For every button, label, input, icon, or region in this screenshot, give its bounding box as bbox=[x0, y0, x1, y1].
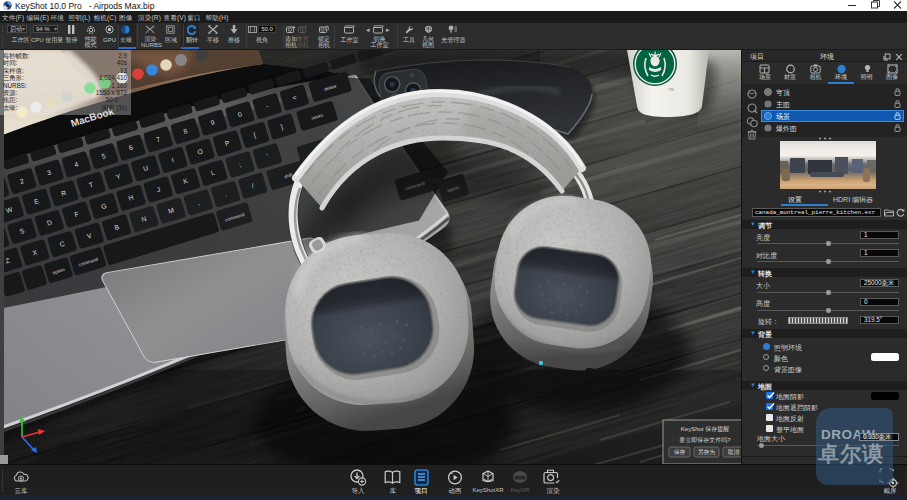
svg-text:另存为: 另存为 bbox=[698, 449, 715, 456]
svg-text:取消: 取消 bbox=[728, 448, 740, 456]
svg-text:2.9: 2.9 bbox=[118, 52, 127, 59]
svg-text:闲置 (3s): 闲置 (3s) bbox=[102, 104, 127, 112]
svg-text:要立即保存文件吗?: 要立即保存文件吗? bbox=[679, 436, 731, 444]
svg-text:资源:: 资源: bbox=[3, 89, 18, 96]
svg-text:保存: 保存 bbox=[674, 449, 686, 455]
svg-text:50.0: 50.0 bbox=[106, 96, 119, 103]
svg-text:去噪:: 去噪: bbox=[3, 104, 18, 111]
svg-text:采样值:: 采样值: bbox=[3, 67, 24, 74]
svg-text:1,024,410: 1,024,410 bbox=[99, 74, 128, 81]
svg-text:KeyShot 保存提醒: KeyShot 保存提醒 bbox=[681, 425, 729, 433]
svg-text:TM: TM bbox=[668, 87, 674, 92]
svg-text:13: 13 bbox=[120, 67, 128, 74]
svg-text:1550 x 872: 1550 x 872 bbox=[96, 89, 128, 96]
svg-text:40s: 40s bbox=[117, 59, 127, 66]
svg-text:1,160: 1,160 bbox=[111, 82, 127, 89]
svg-text:NURBS:: NURBS: bbox=[3, 82, 27, 89]
